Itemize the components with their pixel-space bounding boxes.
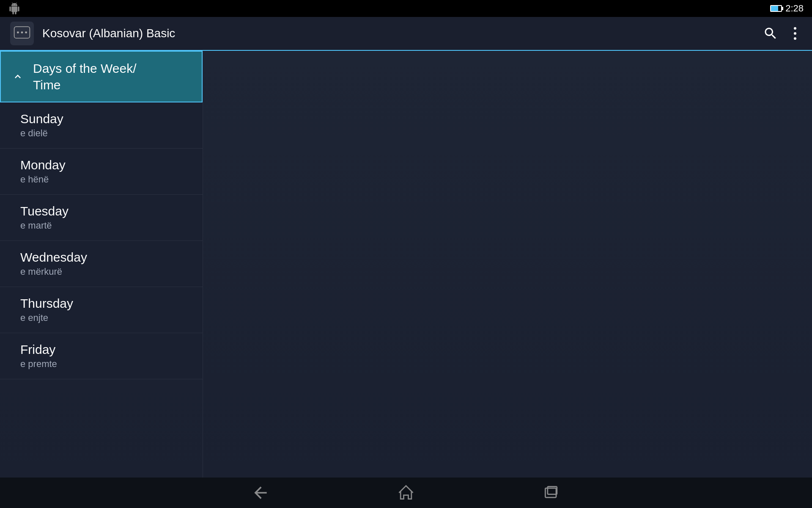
nav-bar: [0, 478, 812, 508]
detail-area: [203, 51, 812, 478]
svg-point-5: [794, 32, 796, 35]
search-button[interactable]: [763, 26, 778, 41]
app-bar: Kosovar (Albanian) Basic: [0, 17, 812, 51]
android-status-icon: [8, 0, 20, 17]
list-item-english: Sunday: [20, 112, 192, 126]
list-item-translation: e hënë: [20, 174, 192, 185]
svg-point-4: [794, 27, 796, 30]
chevron-up-icon: [11, 70, 25, 83]
status-bar: 2:28: [0, 0, 812, 17]
app-icon: [10, 22, 34, 45]
app-bar-actions: [763, 26, 802, 41]
svg-point-3: [25, 31, 27, 33]
list-item-translation: e mërkurë: [20, 266, 192, 277]
list-item[interactable]: Tuesday e martë: [0, 195, 203, 241]
list-item-translation: e dielë: [20, 128, 192, 139]
list-item-translation: e martë: [20, 220, 192, 231]
list-item-translation: e enjte: [20, 312, 192, 323]
sidebar: Days of the Week/Time Sunday e dielë Mon…: [0, 51, 203, 478]
list-item[interactable]: Sunday e dielë: [0, 102, 203, 149]
list-item-english: Friday: [20, 342, 192, 357]
svg-point-2: [21, 31, 23, 33]
time-display: 2:28: [785, 3, 804, 14]
list-item-english: Monday: [20, 158, 192, 172]
main-content: Days of the Week/Time Sunday e dielë Mon…: [0, 51, 812, 478]
list-item-english: Thursday: [20, 296, 192, 311]
home-button[interactable]: [397, 483, 415, 502]
category-header[interactable]: Days of the Week/Time: [0, 51, 203, 102]
list-item[interactable]: Wednesday e mërkurë: [0, 241, 203, 287]
list-item-translation: e premte: [20, 359, 192, 370]
more-options-button[interactable]: [788, 26, 802, 41]
back-button[interactable]: [251, 483, 270, 502]
svg-point-6: [794, 37, 796, 40]
list-item[interactable]: Friday e premte: [0, 333, 203, 379]
list-item-english: Tuesday: [20, 204, 192, 218]
list-item[interactable]: Monday e hënë: [0, 149, 203, 195]
svg-point-1: [17, 31, 19, 33]
svg-rect-7: [545, 488, 556, 497]
category-title: Days of the Week/Time: [33, 60, 137, 93]
battery-icon: [770, 5, 782, 12]
status-bar-right: 2:28: [770, 3, 804, 14]
recent-apps-button[interactable]: [542, 483, 561, 502]
list-item[interactable]: Thursday e enjte: [0, 287, 203, 333]
app-title: Kosovar (Albanian) Basic: [42, 27, 763, 40]
list-item-english: Wednesday: [20, 250, 192, 265]
